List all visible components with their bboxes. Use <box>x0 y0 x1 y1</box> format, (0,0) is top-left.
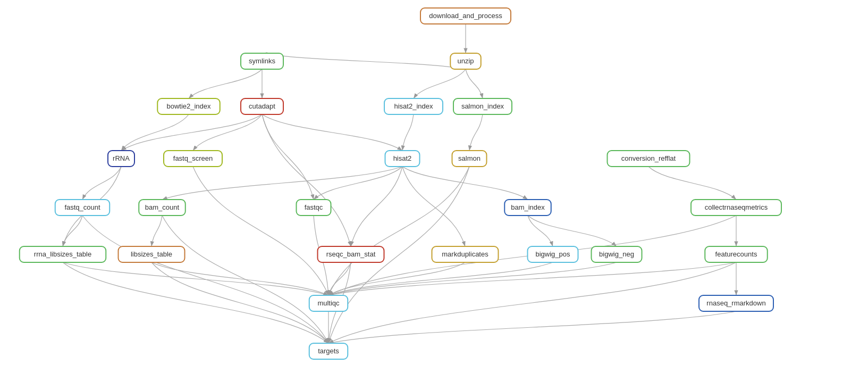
node-unzip[interactable]: unzip <box>450 53 481 69</box>
edge-cutadapt-rRNA <box>121 114 262 151</box>
node-label-bowtie2_index: bowtie2_index <box>166 102 211 110</box>
node-fastq_count[interactable]: fastq_count <box>55 200 110 216</box>
edge-cutadapt-rseqc_bam_stat <box>262 114 351 246</box>
node-label-bigwig_pos: bigwig_pos <box>535 250 570 258</box>
edge-cutadapt-hisat2 <box>262 114 402 151</box>
edge-rnaseq_rmarkdown-targets <box>328 311 736 343</box>
node-label-unzip: unzip <box>457 57 474 65</box>
edge-symlinks-bowtie2_index <box>189 69 262 98</box>
edge-unzip-hisat2_index <box>414 69 466 98</box>
node-label-multiqc: multiqc <box>317 299 340 307</box>
edge-unzip-salmon_index <box>466 69 483 98</box>
edge-hisat2-fastqc <box>314 167 402 200</box>
node-label-bam_index: bam_index <box>511 203 545 211</box>
node-bowtie2_index[interactable]: bowtie2_index <box>157 98 220 114</box>
node-label-featurecounts: featurecounts <box>715 250 757 258</box>
edge-cutadapt-fastqc <box>262 114 314 200</box>
node-label-salmon: salmon <box>458 154 481 162</box>
node-collectrnaseqmetrics[interactable]: collectrnaseqmetrics <box>691 200 781 216</box>
edge-bigwig_neg-multiqc <box>328 262 617 295</box>
node-featurecounts[interactable]: featurecounts <box>705 246 768 262</box>
node-rrna_libsizes_table[interactable]: rrna_libsizes_table <box>20 246 106 262</box>
node-label-fastq_screen: fastq_screen <box>173 154 213 162</box>
node-hisat2[interactable]: hisat2 <box>385 151 420 167</box>
edge-libsizes_table-multiqc <box>151 262 328 295</box>
edge-bam_index-bigwig_pos <box>528 216 553 246</box>
node-label-hisat2: hisat2 <box>393 154 412 162</box>
node-label-conversion_refflat: conversion_refflat <box>621 154 676 162</box>
edge-fastq_count-targets <box>82 216 328 343</box>
edge-hisat2-markduplicates <box>402 167 465 246</box>
edge-bam_index-bigwig_neg <box>528 216 617 246</box>
edge-unzip-symlinks <box>262 53 466 69</box>
node-hisat2_index[interactable]: hisat2_index <box>384 98 443 114</box>
node-cutadapt[interactable]: cutadapt <box>241 98 283 114</box>
node-targets[interactable]: targets <box>309 343 348 359</box>
node-label-symlinks: symlinks <box>249 57 275 65</box>
node-label-rseqc_bam_stat: rseqc_bam_stat <box>326 250 376 258</box>
edge-bam_count-libsizes_table <box>151 216 162 246</box>
edge-hisat2_index-hisat2 <box>402 114 414 151</box>
edge-salmon_index-salmon <box>469 114 483 151</box>
node-salmon_index[interactable]: salmon_index <box>453 98 512 114</box>
node-label-cutadapt: cutadapt <box>249 102 275 110</box>
edge-bam_count-targets <box>162 216 328 343</box>
node-label-bigwig_neg: bigwig_neg <box>599 250 634 258</box>
node-label-rnaseq_rmarkdown: rnaseq_rmarkdown <box>706 299 765 307</box>
node-download_and_process[interactable]: download_and_process <box>420 8 511 24</box>
node-rRNA[interactable]: rRNA <box>108 151 134 167</box>
node-markduplicates[interactable]: markduplicates <box>432 246 499 262</box>
edge-bowtie2_index-rRNA <box>121 114 189 151</box>
edge-libsizes_table-targets <box>151 262 328 343</box>
edge-rRNA-fastq_count <box>82 167 121 200</box>
node-label-download_and_process: download_and_process <box>429 12 502 20</box>
edge-salmon-multiqc <box>328 167 469 295</box>
edge-fastq_screen-multiqc <box>193 167 328 295</box>
edge-hisat2-bam_index <box>402 167 528 200</box>
node-multiqc[interactable]: multiqc <box>309 295 348 311</box>
node-label-markduplicates: markduplicates <box>442 250 488 258</box>
node-label-rrna_libsizes_table: rrna_libsizes_table <box>34 250 91 258</box>
node-label-rRNA: rRNA <box>113 154 130 162</box>
node-label-targets: targets <box>318 347 339 355</box>
node-rnaseq_rmarkdown[interactable]: rnaseq_rmarkdown <box>699 295 773 311</box>
node-conversion_refflat[interactable]: conversion_refflat <box>608 151 690 167</box>
node-libsizes_table[interactable]: libsizes_table <box>119 246 185 262</box>
edge-rrna_libsizes_table-targets <box>63 262 328 343</box>
edge-hisat2-bam_count <box>162 167 402 200</box>
node-label-bam_count: bam_count <box>145 203 180 211</box>
node-fastq_screen[interactable]: fastq_screen <box>164 151 222 167</box>
edge-featurecounts-multiqc <box>328 262 736 295</box>
node-bigwig_pos[interactable]: bigwig_pos <box>528 246 578 262</box>
edge-fastq_count-rrna_libsizes_table <box>63 216 82 246</box>
node-label-hisat2_index: hisat2_index <box>394 102 433 110</box>
node-label-fastqc: fastqc <box>305 203 323 211</box>
node-label-libsizes_table: libsizes_table <box>131 250 172 258</box>
node-bigwig_neg[interactable]: bigwig_neg <box>592 246 642 262</box>
edge-conversion_refflat-collectrnaseqmetrics <box>648 167 736 200</box>
edge-cutadapt-fastq_screen <box>193 114 262 151</box>
node-label-salmon_index: salmon_index <box>461 102 504 110</box>
node-bam_index[interactable]: bam_index <box>504 200 551 216</box>
node-rseqc_bam_stat[interactable]: rseqc_bam_stat <box>318 246 384 262</box>
node-symlinks[interactable]: symlinks <box>241 53 283 69</box>
node-fastqc[interactable]: fastqc <box>297 200 331 216</box>
node-label-fastq_count: fastq_count <box>64 203 100 211</box>
node-salmon[interactable]: salmon <box>452 151 487 167</box>
edge-rrna_libsizes_table-multiqc <box>63 262 328 295</box>
node-bam_count[interactable]: bam_count <box>139 200 186 216</box>
workflow-diagram: download_and_processunzipsymlinksbowtie2… <box>0 0 868 389</box>
node-label-collectrnaseqmetrics: collectrnaseqmetrics <box>705 203 768 211</box>
